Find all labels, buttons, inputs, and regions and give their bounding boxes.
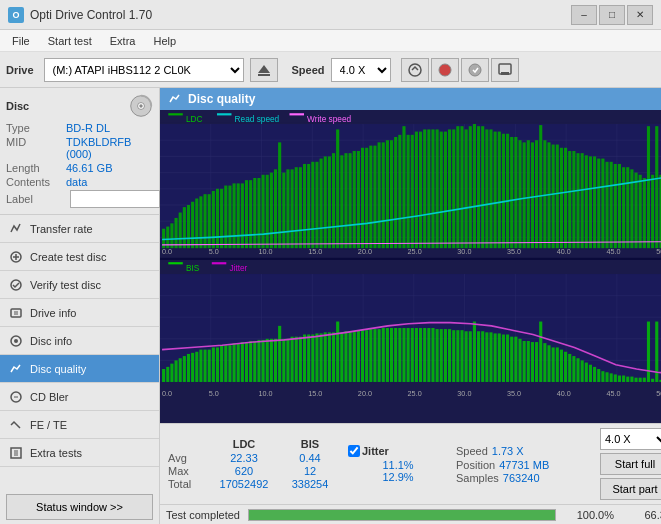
svg-rect-134: [506, 134, 509, 248]
svg-rect-105: [386, 140, 389, 248]
sidebar-item-drive-info[interactable]: Drive info: [0, 299, 159, 327]
start-full-button[interactable]: Start full: [600, 453, 661, 475]
svg-rect-145: [552, 145, 555, 249]
svg-rect-259: [332, 332, 335, 382]
svg-rect-327: [614, 374, 617, 382]
svg-rect-222: [179, 358, 182, 382]
svg-rect-315: [564, 352, 567, 382]
toolbar-btn-4[interactable]: [491, 58, 519, 82]
label-input[interactable]: [70, 190, 160, 208]
total-bis: 338254: [280, 478, 340, 490]
svg-text:30.0: 30.0: [457, 246, 471, 255]
svg-rect-298: [494, 333, 497, 382]
svg-rect-286: [444, 329, 447, 382]
disc-info-icon: [8, 333, 24, 349]
menu-start-test[interactable]: Start test: [40, 33, 100, 49]
progress-bar-container: Test completed 100.0% 66.32: [160, 504, 661, 524]
svg-rect-154: [589, 156, 592, 248]
svg-rect-120: [448, 129, 451, 248]
extra-tests-icon: [8, 445, 24, 461]
svg-rect-313: [556, 347, 559, 382]
sidebar-item-disc-quality[interactable]: Disc quality: [0, 355, 159, 383]
svg-rect-112: [415, 132, 418, 249]
svg-text:15.0: 15.0: [308, 246, 322, 255]
svg-text:5.0: 5.0: [209, 246, 219, 255]
svg-rect-227: [199, 350, 202, 382]
sidebar-item-fe-te[interactable]: FE / TE: [0, 411, 159, 439]
svg-rect-318: [576, 358, 579, 382]
eject-button[interactable]: [250, 58, 278, 82]
svg-rect-55: [179, 213, 182, 249]
svg-rect-293: [473, 322, 476, 382]
svg-rect-242: [262, 340, 265, 382]
length-label: Length: [6, 162, 66, 174]
svg-rect-113: [419, 132, 422, 249]
svg-rect-28: [168, 113, 183, 115]
svg-rect-111: [411, 135, 414, 248]
svg-rect-135: [510, 137, 513, 248]
sidebar-item-disc-info[interactable]: Disc info: [0, 327, 159, 355]
minimize-button[interactable]: –: [571, 5, 597, 25]
svg-rect-129: [485, 129, 488, 248]
svg-rect-219: [166, 367, 169, 382]
speed-select-stats[interactable]: 4.0 X: [600, 428, 661, 450]
svg-rect-297: [489, 332, 492, 382]
svg-rect-282: [427, 328, 430, 382]
svg-rect-110: [407, 135, 410, 248]
toolbar-btn-3[interactable]: [461, 58, 489, 82]
toolbar-btn-1[interactable]: [401, 58, 429, 82]
svg-rect-309: [539, 322, 542, 382]
svg-rect-62: [208, 194, 211, 248]
toolbar-btn-2[interactable]: [431, 58, 459, 82]
svg-text:5.0: 5.0: [209, 389, 219, 398]
svg-rect-140: [531, 142, 534, 248]
disc-label-row: Label: [6, 190, 153, 208]
svg-rect-118: [440, 132, 443, 249]
start-part-button[interactable]: Start part: [600, 478, 661, 500]
speed-select[interactable]: 4.0 X: [331, 58, 391, 82]
drive-bar: Drive (M:) ATAPI iHBS112 2 CL0K Speed 4.…: [0, 52, 661, 88]
svg-text:LDC: LDC: [186, 114, 203, 124]
svg-rect-261: [340, 332, 343, 382]
svg-rect-131: [494, 132, 497, 249]
svg-rect-320: [585, 363, 588, 382]
svg-rect-81: [286, 169, 289, 248]
svg-rect-268: [369, 329, 372, 382]
svg-text:50.0 GB: 50.0 GB: [656, 389, 661, 398]
menu-file[interactable]: File: [4, 33, 38, 49]
svg-rect-92: [332, 153, 335, 248]
menu-extra[interactable]: Extra: [102, 33, 144, 49]
nav-label-cd-bler: CD Bler: [30, 391, 69, 403]
svg-rect-243: [266, 339, 269, 382]
sidebar-item-extra-tests[interactable]: Extra tests: [0, 439, 159, 467]
sidebar-item-verify-test-disc[interactable]: Verify test disc: [0, 271, 159, 299]
nav-label-transfer-rate: Transfer rate: [30, 223, 93, 235]
svg-rect-142: [539, 125, 542, 248]
svg-text:0.0: 0.0: [162, 246, 172, 255]
sidebar-item-transfer-rate[interactable]: Transfer rate: [0, 215, 159, 243]
samples-label: Samples: [456, 472, 499, 484]
maximize-button[interactable]: □: [599, 5, 625, 25]
sidebar-item-create-test-disc[interactable]: Create test disc: [0, 243, 159, 271]
drive-select[interactable]: (M:) ATAPI iHBS112 2 CL0K: [44, 58, 244, 82]
menu-help[interactable]: Help: [145, 33, 184, 49]
svg-rect-123: [460, 126, 463, 248]
svg-rect-283: [431, 328, 434, 382]
stats-spacer-label: [168, 438, 208, 450]
svg-rect-148: [564, 148, 567, 248]
svg-rect-328: [618, 376, 621, 382]
svg-rect-241: [257, 340, 260, 382]
jitter-checkbox[interactable]: [348, 445, 360, 457]
status-window-button[interactable]: Status window >>: [6, 494, 153, 520]
svg-rect-166: [639, 175, 642, 248]
app-title: Opti Drive Control 1.70: [30, 8, 152, 22]
close-button[interactable]: ✕: [627, 5, 653, 25]
svg-rect-156: [597, 159, 600, 249]
svg-text:35.0: 35.0: [507, 389, 521, 398]
svg-rect-124: [465, 129, 468, 248]
svg-rect-231: [216, 347, 219, 382]
svg-rect-332: [634, 378, 637, 382]
svg-rect-330: [626, 377, 629, 382]
svg-rect-89: [320, 159, 323, 249]
sidebar-item-cd-bler[interactable]: CD Bler: [0, 383, 159, 411]
